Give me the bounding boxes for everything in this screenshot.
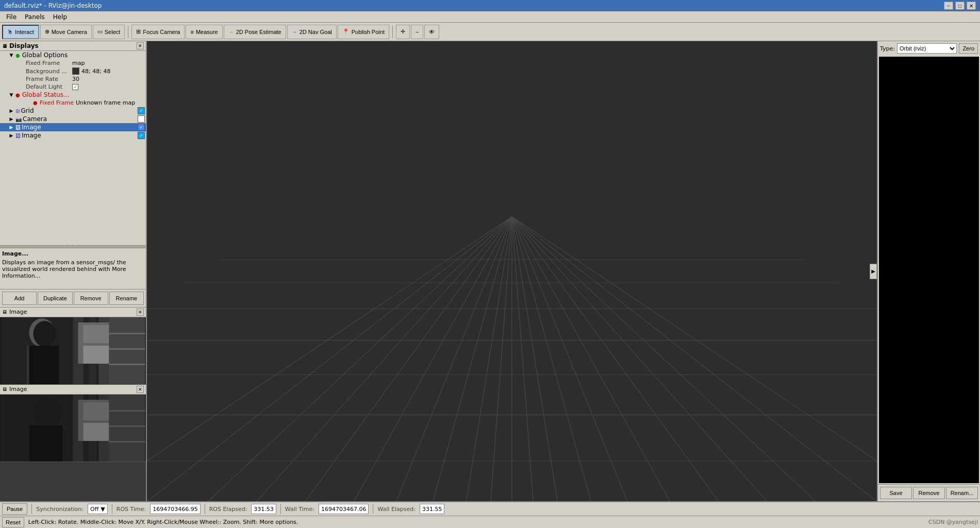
fixed-frame-error-label: Fixed Frame xyxy=(40,99,74,106)
ros-elapsed-value: 331.53 xyxy=(254,506,274,513)
wall-time-field: 1694703467.06 xyxy=(319,504,369,514)
display-buttons: Add Duplicate Remove Rename xyxy=(0,289,146,308)
views-save-button[interactable]: Save xyxy=(880,487,912,499)
select-icon: ▭ xyxy=(97,28,103,35)
fixed-frame-row: Fixed Frame map xyxy=(0,59,146,67)
cam1-close[interactable]: ✕ xyxy=(137,309,144,316)
background-label: Background ... xyxy=(26,68,72,75)
default-light-row: Default Light xyxy=(0,83,146,91)
menu-file[interactable]: File xyxy=(2,12,21,22)
wall-elapsed-label: Wall Elapsed: xyxy=(377,506,415,513)
views-zero-button[interactable]: Zero xyxy=(959,43,978,54)
displays-tree[interactable]: ▼ ● Global Options Fixed Frame map Backg… xyxy=(0,51,146,245)
image-2-checkbox[interactable]: ✓ xyxy=(138,132,145,139)
fixed-frame-label: Fixed Frame xyxy=(26,60,72,66)
displays-panel-icon: 🖥 xyxy=(2,43,7,49)
svg-rect-13 xyxy=(109,333,145,334)
grid-checkbox[interactable]: ✓ xyxy=(138,107,145,114)
grid-expand[interactable]: ▶ xyxy=(8,108,14,114)
displays-close-button[interactable]: ✕ xyxy=(137,42,144,49)
description-text: Displays an image from a sensor_msgs/ th… xyxy=(2,259,144,279)
interact-button[interactable]: 🖱 Interact xyxy=(2,25,39,39)
svg-rect-26 xyxy=(109,395,145,462)
default-light-label: Default Light xyxy=(26,83,72,90)
cam1-title: Image xyxy=(9,309,27,315)
credits-text: CSDN @yangtseji xyxy=(928,519,978,525)
measure-button[interactable]: ≡ Measure xyxy=(186,25,222,39)
remove-button[interactable]: Remove xyxy=(74,292,108,305)
grid-label: Grid xyxy=(21,107,34,114)
global-status-expand[interactable]: ▼ xyxy=(8,92,14,98)
frame-rate-label: Frame Rate xyxy=(26,76,72,82)
image-1-expand[interactable]: ▶ xyxy=(8,124,14,130)
minimize-button[interactable]: − xyxy=(944,2,953,10)
grid-row[interactable]: ▶ ⊞ Grid ✓ xyxy=(0,107,146,115)
pause-button[interactable]: Pause xyxy=(2,503,27,515)
publish-point-button[interactable]: 📍 Publish Point xyxy=(338,25,389,39)
grid-icon: ⊞ xyxy=(15,108,20,114)
rename-button[interactable]: Rename xyxy=(109,292,144,305)
status-sep-2 xyxy=(112,504,112,514)
cam2-close[interactable]: ✕ xyxy=(137,386,144,393)
global-options-row[interactable]: ▼ ● Global Options xyxy=(0,51,146,59)
viewport[interactable]: ▶ xyxy=(147,41,877,501)
collapse-icon: ▶ xyxy=(871,268,875,274)
image-row-1[interactable]: ▶ 🖼 Image ✓ xyxy=(0,123,146,131)
duplicate-button[interactable]: Duplicate xyxy=(38,292,72,305)
select-button[interactable]: ▭ Select xyxy=(93,25,125,39)
extra-btn-1[interactable]: ✛ xyxy=(396,25,410,39)
camera-panel-2: 🖥 Image ✕ xyxy=(0,385,146,462)
focus-camera-button[interactable]: ⊞ Focus Camera xyxy=(131,25,185,39)
extra-btn-2[interactable]: − xyxy=(411,25,423,39)
global-options-expand[interactable]: ▼ xyxy=(8,52,14,58)
image-1-checkbox[interactable]: ✓ xyxy=(138,124,145,131)
reset-button[interactable]: Reset xyxy=(2,517,24,527)
interact-icon: 🖱 xyxy=(7,29,13,35)
camera-panel-1-header: 🖥 Image ✕ xyxy=(0,308,146,317)
camera-row[interactable]: ▶ 📷 Camera xyxy=(0,115,146,123)
fixed-frame-value[interactable]: map xyxy=(72,60,85,66)
image-row-2[interactable]: ▶ 🖼 Image ✓ xyxy=(0,131,146,140)
background-color-swatch[interactable] xyxy=(72,67,79,75)
help-text: Left-Click: Rotate. Middle-Click: Move X… xyxy=(28,519,298,525)
pose-estimate-button[interactable]: → 2D Pose Estimate xyxy=(224,25,286,39)
status-sep-4 xyxy=(280,504,281,514)
maximize-button[interactable]: □ xyxy=(955,2,965,10)
camera-panels: 🖥 Image ✕ xyxy=(0,308,146,502)
image-2-expand[interactable]: ▶ xyxy=(8,132,14,139)
svg-rect-9 xyxy=(84,346,109,364)
status-sep-1 xyxy=(31,504,32,514)
views-rename-button[interactable]: Renam... xyxy=(946,487,978,499)
menu-help[interactable]: Help xyxy=(49,12,71,22)
camera-checkbox[interactable] xyxy=(138,115,145,123)
fixed-frame-error-value: Unknown frame map xyxy=(76,99,135,106)
menubar: File Panels Help xyxy=(0,11,980,23)
nav-goal-button[interactable]: → 2D Nav Goal xyxy=(287,25,337,39)
camera-expand[interactable]: ▶ xyxy=(8,116,14,122)
views-remove-button[interactable]: Remove xyxy=(913,487,945,499)
global-options-status: ● xyxy=(15,53,20,58)
frame-rate-value[interactable]: 30 xyxy=(72,76,79,82)
add-button[interactable]: Add xyxy=(2,292,37,305)
ros-time-field: 1694703466.95 xyxy=(150,504,200,514)
description-panel: Image... Displays an image from a sensor… xyxy=(0,248,146,289)
background-row: Background ... 48; 48; 48 xyxy=(0,67,146,75)
cam2-title: Image xyxy=(9,386,27,393)
displays-header: 🖥 Displays ✕ xyxy=(0,41,146,51)
global-status-row[interactable]: ▼ ● Global Status... xyxy=(0,91,146,99)
fixed-frame-error-icon: ● xyxy=(33,100,38,106)
menu-panels[interactable]: Panels xyxy=(21,12,49,22)
left-panel: 🖥 Displays ✕ ▼ ● Global Options Fixed Fr… xyxy=(0,41,147,501)
sync-dropdown-icon[interactable]: ▼ xyxy=(101,506,105,513)
viewport-collapse-button[interactable]: ▶ xyxy=(870,264,877,279)
extra-btn-3[interactable]: 👁 xyxy=(424,25,439,39)
global-status-icon: ● xyxy=(15,92,20,98)
close-button[interactable]: ✕ xyxy=(967,2,976,10)
default-light-checkbox[interactable] xyxy=(72,84,78,90)
move-camera-button[interactable]: ⊕ Move Camera xyxy=(40,25,92,39)
svg-rect-27 xyxy=(109,410,145,412)
views-type-select[interactable]: Orbit (rviz) xyxy=(897,43,957,54)
viewport-grid xyxy=(147,41,877,501)
image-2-label: Image xyxy=(22,132,41,139)
camera-panel-2-image xyxy=(0,395,146,462)
